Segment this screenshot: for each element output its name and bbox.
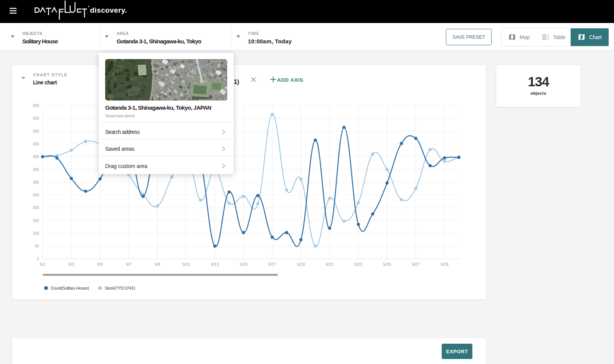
svg-text:5/23: 5/23 — [354, 262, 362, 267]
svg-text:5/27: 5/27 — [412, 262, 420, 267]
svg-text:600: 600 — [33, 104, 39, 108]
svg-text:50: 50 — [35, 244, 39, 248]
svg-text:100: 100 — [33, 231, 39, 236]
svg-text:400: 400 — [33, 155, 39, 159]
svg-text:5/29: 5/29 — [441, 262, 449, 267]
svg-text:200: 200 — [33, 206, 39, 210]
svg-text:5/21: 5/21 — [326, 262, 334, 267]
svg-text:5/3: 5/3 — [68, 262, 74, 267]
svg-text:5/19: 5/19 — [297, 262, 305, 267]
svg-text:3: 3 — [548, 38, 549, 41]
svg-text:5/5: 5/5 — [97, 262, 103, 267]
svg-text:5/15: 5/15 — [239, 262, 248, 267]
svg-text:250: 250 — [33, 193, 39, 197]
svg-text:300: 300 — [33, 180, 39, 184]
svg-text:450: 450 — [33, 142, 39, 146]
svg-text:150: 150 — [33, 219, 39, 223]
svg-text:5/25: 5/25 — [383, 262, 391, 267]
svg-text:350: 350 — [33, 168, 39, 172]
svg-text:5/13: 5/13 — [211, 262, 219, 267]
svg-text:5/7: 5/7 — [126, 262, 132, 267]
svg-text:5/11: 5/11 — [182, 262, 190, 267]
svg-text:500: 500 — [33, 129, 39, 133]
svg-text:discovery.: discovery. — [90, 6, 127, 14]
svg-text:550: 550 — [33, 116, 39, 120]
svg-text:0: 0 — [37, 257, 39, 261]
svg-text:5/9: 5/9 — [155, 262, 160, 267]
svg-text:5/17: 5/17 — [268, 262, 276, 267]
svg-text:5/1: 5/1 — [40, 262, 46, 267]
